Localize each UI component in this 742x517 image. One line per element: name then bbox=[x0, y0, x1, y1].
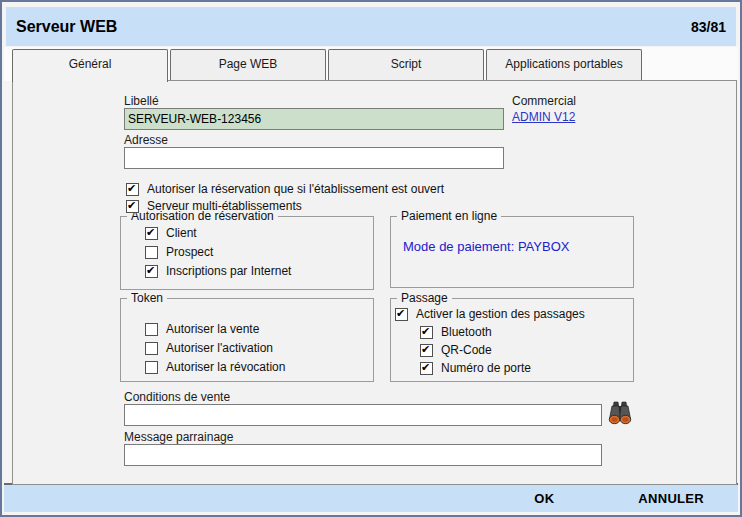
tab-applications-portables[interactable]: Applications portables bbox=[486, 49, 642, 80]
numero-porte-label: Numéro de porte bbox=[441, 361, 531, 375]
tab-script[interactable]: Script bbox=[328, 49, 484, 80]
client-row[interactable]: Client bbox=[145, 225, 373, 241]
serveur-web-dialog: Serveur WEB 83/81 Général Page WEB Scrip… bbox=[0, 0, 742, 517]
inscriptions-internet-checkbox[interactable] bbox=[145, 265, 158, 278]
prospect-row[interactable]: Prospect bbox=[145, 244, 373, 260]
qr-code-label: QR-Code bbox=[441, 343, 492, 357]
group-autorisation-body: Client Prospect Inscriptions par Interne… bbox=[121, 217, 373, 289]
autoriser-activation-checkbox[interactable] bbox=[145, 342, 158, 355]
gestion-passages-label: Activer la gestion des passages bbox=[416, 307, 585, 321]
group-passage-body: Activer la gestion des passages Bluetoot… bbox=[391, 299, 633, 381]
conditions-vente-input[interactable] bbox=[124, 404, 602, 426]
page-title: Serveur WEB bbox=[16, 18, 117, 36]
adresse-label: Adresse bbox=[124, 133, 168, 147]
autoriser-activation-row[interactable]: Autoriser l'activation bbox=[145, 340, 373, 356]
group-paiement-en-ligne: Paiement en ligne Mode de paiement: PAYB… bbox=[390, 216, 634, 288]
ok-button[interactable]: OK bbox=[528, 490, 560, 507]
autoriser-revocation-row[interactable]: Autoriser la révocation bbox=[145, 359, 373, 375]
qr-code-row[interactable]: QR-Code bbox=[420, 342, 633, 358]
gestion-passages-row[interactable]: Activer la gestion des passages bbox=[395, 306, 633, 322]
conditions-vente-label: Conditions de vente bbox=[124, 390, 230, 404]
gestion-passages-checkbox[interactable] bbox=[395, 308, 408, 321]
prospect-label: Prospect bbox=[166, 245, 213, 259]
autoriser-revocation-checkbox[interactable] bbox=[145, 361, 158, 374]
bluetooth-row[interactable]: Bluetooth bbox=[420, 324, 633, 340]
reservation-ouvert-checkbox[interactable] bbox=[126, 183, 139, 196]
dialog-footer: OK ANNULER bbox=[4, 483, 738, 512]
group-token: Token Autoriser la vente Autoriser l'act… bbox=[120, 298, 374, 382]
group-passage: Passage Activer la gestion des passages … bbox=[390, 298, 634, 382]
tab-general[interactable]: Général bbox=[12, 49, 168, 82]
client-checkbox[interactable] bbox=[145, 227, 158, 240]
reservation-ouvert-label: Autoriser la réservation que si l'établi… bbox=[147, 182, 444, 196]
multi-etablissements-label: Serveur multi-établissements bbox=[147, 199, 302, 213]
qr-code-checkbox[interactable] bbox=[420, 344, 433, 357]
dialog-header: Serveur WEB 83/81 bbox=[6, 7, 736, 46]
tab-strip: Général Page WEB Script Applications por… bbox=[4, 47, 738, 81]
numero-porte-row[interactable]: Numéro de porte bbox=[420, 360, 633, 376]
libelle-label: Libellé bbox=[124, 94, 159, 108]
annuler-button[interactable]: ANNULER bbox=[632, 490, 710, 507]
bluetooth-label: Bluetooth bbox=[441, 325, 492, 339]
reservation-ouvert-row[interactable]: Autoriser la réservation que si l'établi… bbox=[126, 181, 444, 197]
autoriser-vente-row[interactable]: Autoriser la vente bbox=[145, 321, 373, 337]
record-counter: 83/81 bbox=[691, 19, 726, 35]
autoriser-vente-label: Autoriser la vente bbox=[166, 322, 259, 336]
group-autorisation-reservation: Autorisation de réservation Client Prosp… bbox=[120, 216, 374, 290]
message-parrainage-label: Message parrainage bbox=[124, 430, 233, 444]
inscriptions-internet-row[interactable]: Inscriptions par Internet bbox=[145, 263, 373, 279]
libelle-input[interactable] bbox=[124, 108, 504, 130]
group-paiement-body: Mode de paiement: PAYBOX bbox=[391, 217, 633, 287]
commercial-label: Commercial bbox=[512, 94, 576, 108]
multi-etablissements-row[interactable]: Serveur multi-établissements bbox=[126, 198, 302, 214]
autoriser-revocation-label: Autoriser la révocation bbox=[166, 360, 285, 374]
mode-paiement-text: Mode de paiement: PAYBOX bbox=[403, 239, 569, 254]
binoculars-glyph bbox=[606, 400, 634, 426]
commercial-link[interactable]: ADMIN V12 bbox=[512, 110, 575, 124]
client-label: Client bbox=[166, 226, 197, 240]
inscriptions-internet-label: Inscriptions par Internet bbox=[166, 264, 291, 278]
multi-etablissements-checkbox[interactable] bbox=[126, 200, 139, 213]
adresse-input[interactable] bbox=[124, 147, 504, 169]
prospect-checkbox[interactable] bbox=[145, 246, 158, 259]
binoculars-icon[interactable] bbox=[605, 400, 635, 428]
autoriser-vente-checkbox[interactable] bbox=[145, 323, 158, 336]
message-parrainage-input[interactable] bbox=[124, 444, 602, 466]
tab-page-web[interactable]: Page WEB bbox=[170, 49, 326, 80]
group-token-body: Autoriser la vente Autoriser l'activatio… bbox=[121, 299, 373, 381]
numero-porte-checkbox[interactable] bbox=[420, 362, 433, 375]
bluetooth-checkbox[interactable] bbox=[420, 326, 433, 339]
autoriser-activation-label: Autoriser l'activation bbox=[166, 341, 273, 355]
